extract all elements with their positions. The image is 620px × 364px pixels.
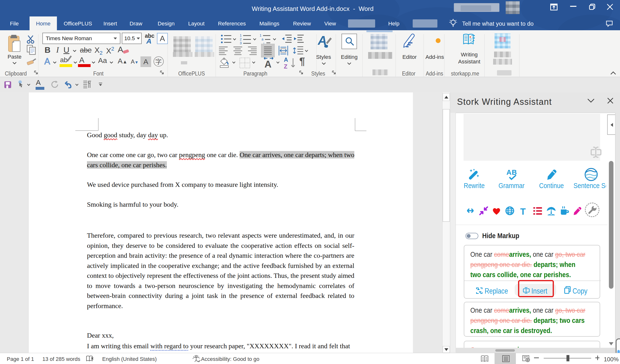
svg-text:A: A xyxy=(264,59,271,69)
svg-text:2: 2 xyxy=(240,37,242,41)
svg-text:1: 1 xyxy=(240,34,242,37)
svg-text:a: a xyxy=(262,37,264,41)
svg-text:1: 1 xyxy=(260,34,262,37)
svg-text:3: 3 xyxy=(240,41,242,45)
